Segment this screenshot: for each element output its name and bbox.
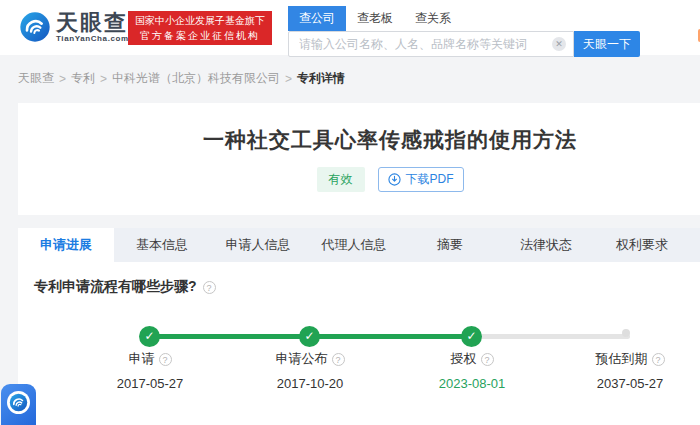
search-tabs: 查公司 查老板 查关系: [288, 6, 640, 31]
floating-widget-logo: [7, 391, 30, 414]
timeline-step-apply: 申请 ? 2017-05-27: [75, 350, 225, 391]
breadcrumb-patent[interactable]: 专利: [71, 70, 95, 87]
step-label-row: 预估到期 ?: [555, 350, 700, 368]
step-label-row: 申请 ?: [75, 350, 225, 368]
step-label-row: 申请公布 ?: [235, 350, 385, 368]
status-badge: 有效: [317, 167, 365, 192]
search-input-wrap: ✕: [288, 31, 574, 57]
timeline-line-pending: [472, 334, 630, 339]
step-check-icon: ✓: [139, 326, 160, 347]
patent-title-card: 一种社交工具心率传感戒指的使用方法 有效 下载PDF: [18, 103, 700, 215]
step-label-row: 授权 ?: [397, 350, 547, 368]
breadcrumb-separator: >: [59, 72, 66, 86]
tab-abstract[interactable]: 摘要: [402, 228, 498, 262]
patent-title: 一种社交工具心率传感戒指的使用方法: [18, 103, 700, 154]
brand-text: 天眼查 TianYanCha.com: [56, 11, 129, 43]
timeline-step-expiry: 预估到期 ? 2037-05-27: [555, 350, 700, 391]
tab-claims[interactable]: 权利要求: [594, 228, 690, 262]
search-button[interactable]: 天眼一下: [574, 31, 640, 57]
step-check-icon: ✓: [461, 326, 482, 347]
timeline-step-grant: 授权 ? 2023-08-01: [397, 350, 547, 391]
detail-tabbar: 申请进展 基本信息 申请人信息 代理人信息 摘要 法律状态 权利要求: [18, 228, 700, 262]
search-tab-company[interactable]: 查公司: [288, 6, 346, 31]
breadcrumb-company[interactable]: 中科光谱（北京）科技有限公司: [112, 70, 280, 87]
question-icon[interactable]: ?: [203, 281, 216, 294]
patent-detail-page: 天眼查 TianYanCha.com 国家中小企业发展子基金旗下 官方备案企业征…: [0, 0, 700, 425]
flow-heading-text: 专利申请流程有哪些步骤?: [34, 278, 197, 296]
step-date: 2023-08-01: [397, 376, 547, 391]
download-pdf-label: 下载PDF: [406, 171, 454, 188]
floating-app-widget[interactable]: [1, 384, 36, 425]
download-icon: [388, 173, 401, 186]
gov-badge-line2: 官方备案企业征信机构: [135, 28, 265, 43]
tab-application-progress[interactable]: 申请进展: [18, 228, 114, 262]
tab-legal-status[interactable]: 法律状态: [498, 228, 594, 262]
search-input[interactable]: [288, 31, 574, 57]
tab-agent-info[interactable]: 代理人信息: [306, 228, 402, 262]
breadcrumb-current: 专利详情: [297, 70, 345, 87]
step-check-icon: ✓: [299, 326, 320, 347]
tianyancha-eye-icon: [19, 11, 51, 43]
search-tab-relation[interactable]: 查关系: [404, 6, 462, 31]
search-tab-boss[interactable]: 查老板: [346, 6, 404, 31]
search-area: 查公司 查老板 查关系 ✕ 天眼一下: [288, 6, 640, 57]
timeline-step-publish: 申请公布 ? 2017-10-20: [235, 350, 385, 391]
brand-domain: TianYanCha.com: [56, 34, 129, 43]
flow-heading: 专利申请流程有哪些步骤? ?: [34, 278, 216, 296]
site-header: 天眼查 TianYanCha.com 国家中小企业发展子基金旗下 官方备案企业征…: [0, 0, 700, 55]
tab-applicant-info[interactable]: 申请人信息: [210, 228, 306, 262]
breadcrumb-separator: >: [100, 72, 107, 86]
step-label: 授权: [451, 350, 477, 368]
breadcrumb: 天眼查 > 专利 > 中科光谱（北京）科技有限公司 > 专利详情: [18, 70, 345, 87]
gov-certification-badge: 国家中小企业发展子基金旗下 官方备案企业征信机构: [128, 11, 272, 45]
breadcrumb-separator: >: [285, 72, 292, 86]
question-icon[interactable]: ?: [652, 353, 665, 366]
search-row: ✕ 天眼一下: [288, 31, 640, 57]
tab-basic-info[interactable]: 基本信息: [114, 228, 210, 262]
tianyancha-eye-icon: [9, 393, 28, 412]
question-icon[interactable]: ?: [481, 353, 494, 366]
application-progress-panel: 专利申请流程有哪些步骤? ? ✓ ✓ ✓ 申请 ? 2017-05-27 申请公…: [18, 262, 700, 425]
breadcrumb-home[interactable]: 天眼查: [18, 70, 54, 87]
site-logo[interactable]: 天眼查 TianYanCha.com: [19, 11, 129, 43]
step-label: 预估到期: [596, 350, 648, 368]
brand-name: 天眼查: [56, 11, 129, 34]
step-label: 申请公布: [276, 350, 328, 368]
download-pdf-button[interactable]: 下载PDF: [378, 167, 464, 192]
gov-badge-line1: 国家中小企业发展子基金旗下: [135, 13, 265, 28]
question-icon[interactable]: ?: [159, 353, 172, 366]
step-date: 2037-05-27: [555, 376, 700, 391]
patent-badge-row: 有效 下载PDF: [18, 167, 700, 192]
clear-icon[interactable]: ✕: [552, 37, 566, 51]
step-label: 申请: [129, 350, 155, 368]
step-date: 2017-05-27: [75, 376, 225, 391]
step-pending-icon: [622, 329, 630, 337]
step-date: 2017-10-20: [235, 376, 385, 391]
question-icon[interactable]: ?: [332, 353, 345, 366]
